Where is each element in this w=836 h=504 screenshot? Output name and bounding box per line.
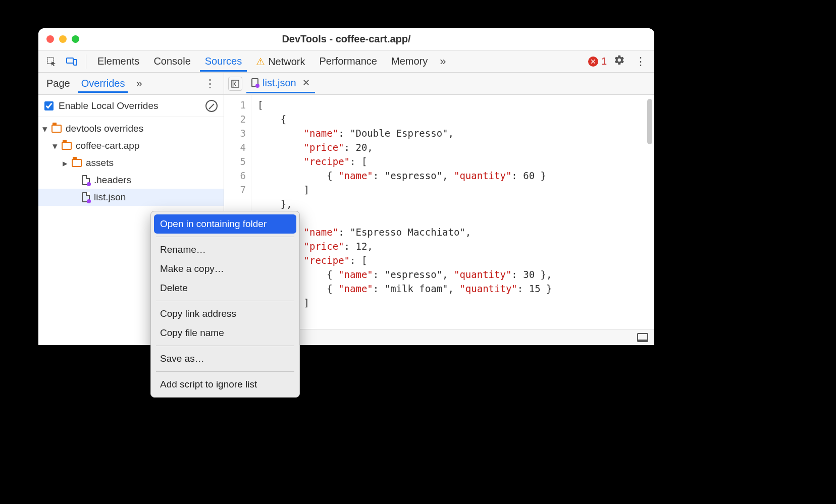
tree-file-headers[interactable]: .headers bbox=[38, 172, 224, 189]
more-tabs-icon[interactable]: » bbox=[437, 55, 449, 68]
file-icon bbox=[251, 78, 258, 87]
tree-folder-assets[interactable]: ▸ assets bbox=[38, 154, 224, 172]
menu-item[interactable]: Copy file name bbox=[154, 323, 296, 343]
folder-icon bbox=[62, 142, 72, 150]
more-menu-icon[interactable]: ⋮ bbox=[632, 55, 649, 68]
toggle-navigator-icon[interactable] bbox=[228, 77, 242, 91]
menu-item[interactable]: Save as… bbox=[154, 349, 296, 368]
file-icon bbox=[82, 192, 90, 202]
tree-label: coffee-cart.app bbox=[76, 140, 139, 151]
settings-icon[interactable] bbox=[611, 54, 628, 69]
folder-icon bbox=[72, 159, 82, 167]
chevron-right-icon: ▸ bbox=[63, 157, 71, 169]
tree-file-list-json[interactable]: list.json bbox=[38, 189, 224, 206]
tab-elements[interactable]: Elements bbox=[92, 51, 144, 71]
nav-more-tabs-icon[interactable]: » bbox=[133, 77, 145, 90]
menu-separator bbox=[156, 237, 294, 237]
chevron-down-icon: ▾ bbox=[42, 123, 50, 135]
tab-performance[interactable]: Performance bbox=[315, 51, 383, 71]
tree-label: devtools overrides bbox=[66, 123, 143, 134]
nav-tab-page[interactable]: Page bbox=[43, 75, 73, 92]
close-tab-icon[interactable]: ✕ bbox=[302, 77, 310, 88]
menu-item[interactable]: Open in containing folder bbox=[154, 214, 296, 234]
file-tree: ▾ devtools overrides ▾ coffee-cart.app ▸… bbox=[38, 117, 224, 209]
override-dot-icon bbox=[255, 84, 259, 88]
error-count-badge[interactable]: ✕ 1 bbox=[588, 55, 607, 67]
tab-memory[interactable]: Memory bbox=[386, 51, 433, 71]
editor-tab-list-json[interactable]: list.json ✕ bbox=[246, 74, 315, 93]
menu-item[interactable]: Copy link address bbox=[154, 304, 296, 323]
enable-overrides-label: Enable Local Overrides bbox=[59, 100, 159, 111]
navigator-tabs: Page Overrides » ⋮ bbox=[38, 73, 224, 95]
tab-sources[interactable]: Sources bbox=[200, 51, 247, 72]
menu-item[interactable]: Make a copy… bbox=[154, 259, 296, 278]
context-menu: Open in containing folderRename…Make a c… bbox=[150, 211, 300, 398]
devtools-window: DevTools - coffee-cart.app/ Elements Con… bbox=[38, 28, 654, 345]
menu-item[interactable]: Add script to ignore list bbox=[154, 375, 296, 394]
nav-more-menu-icon[interactable]: ⋮ bbox=[201, 77, 219, 90]
titlebar: DevTools - coffee-cart.app/ bbox=[38, 28, 654, 50]
window-title: DevTools - coffee-cart.app/ bbox=[38, 33, 654, 45]
inspect-icon[interactable] bbox=[43, 53, 60, 70]
tree-root[interactable]: ▾ devtools overrides bbox=[38, 120, 224, 137]
editor-tabs: list.json ✕ bbox=[224, 73, 654, 95]
folder-icon bbox=[51, 125, 62, 133]
editor-tab-label: list.json bbox=[263, 77, 296, 89]
menu-separator bbox=[156, 371, 294, 372]
menu-separator bbox=[156, 346, 294, 346]
tree-label: assets bbox=[86, 157, 114, 169]
tab-network[interactable]: Network bbox=[251, 51, 310, 72]
svg-rect-2 bbox=[74, 60, 77, 65]
tree-domain[interactable]: ▾ coffee-cart.app bbox=[38, 137, 224, 154]
menu-item[interactable]: Rename… bbox=[154, 240, 296, 259]
enable-overrides-checkbox[interactable] bbox=[44, 101, 54, 110]
file-icon bbox=[82, 175, 90, 185]
scrollbar-thumb[interactable] bbox=[647, 99, 652, 144]
nav-tab-overrides[interactable]: Overrides bbox=[78, 75, 128, 93]
divider bbox=[86, 54, 86, 69]
main-tabs: Elements Console Sources Network Perform… bbox=[38, 50, 654, 73]
drawer-toggle-icon[interactable] bbox=[637, 333, 648, 342]
tab-console[interactable]: Console bbox=[148, 51, 195, 71]
device-toolbar-icon[interactable] bbox=[64, 53, 80, 70]
clear-overrides-icon[interactable] bbox=[205, 100, 218, 112]
tree-label: .headers bbox=[94, 175, 131, 186]
override-dot-icon bbox=[87, 182, 91, 186]
sources-panel: Page Overrides » ⋮ Enable Local Override… bbox=[38, 73, 654, 345]
svg-rect-1 bbox=[67, 58, 73, 63]
override-dot-icon bbox=[87, 199, 91, 203]
tree-label: list.json bbox=[94, 192, 126, 203]
menu-separator bbox=[156, 301, 294, 301]
menu-item[interactable]: Delete bbox=[154, 278, 296, 298]
chevron-down-icon: ▾ bbox=[53, 140, 61, 152]
error-icon: ✕ bbox=[588, 57, 598, 67]
enable-overrides-row: Enable Local Overrides bbox=[38, 95, 224, 117]
error-count: 1 bbox=[601, 55, 607, 67]
